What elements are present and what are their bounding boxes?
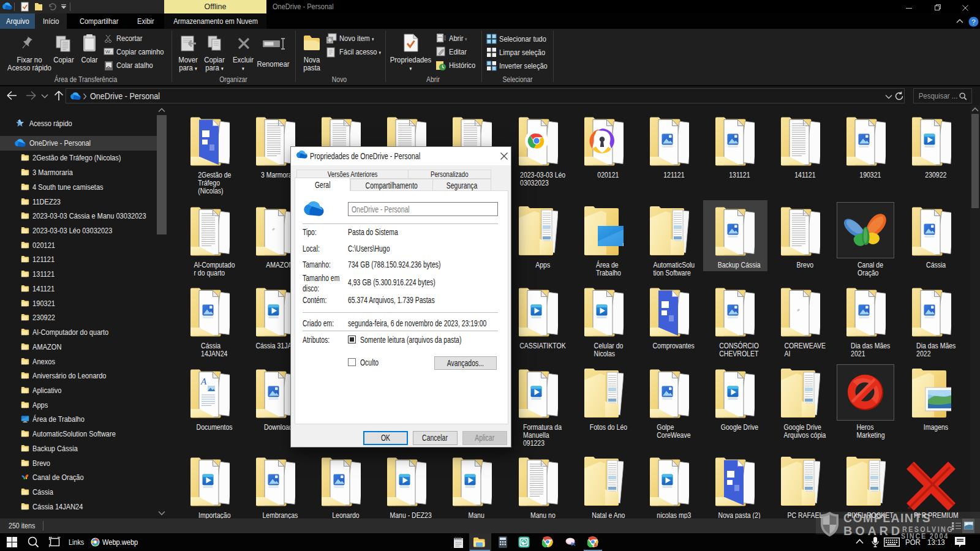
svg-text:?: ? <box>971 18 975 26</box>
svg-text:W..: W.. <box>105 49 113 54</box>
